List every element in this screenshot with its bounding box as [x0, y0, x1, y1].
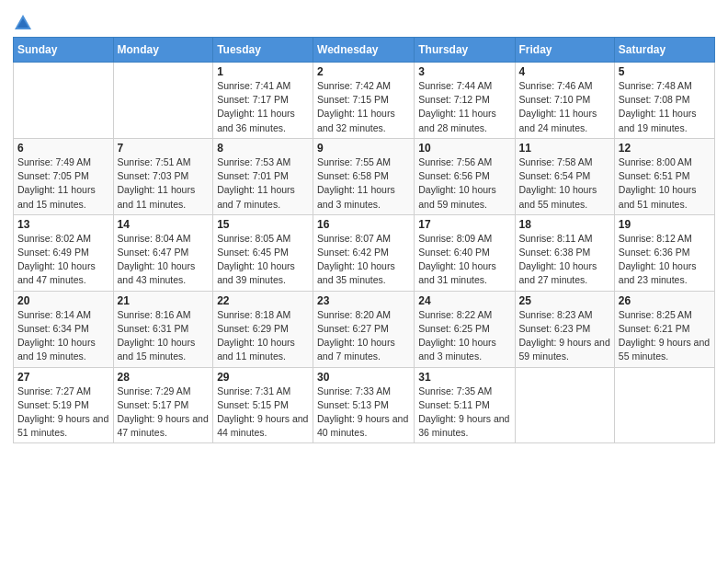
calendar-day-8: 8Sunrise: 7:53 AM Sunset: 7:01 PM Daylig… — [213, 138, 313, 214]
calendar-day-15: 15Sunrise: 8:05 AM Sunset: 6:45 PM Dayli… — [213, 214, 313, 291]
calendar-day-27: 27Sunrise: 7:27 AM Sunset: 5:19 PM Dayli… — [14, 367, 114, 443]
day-detail: Sunrise: 7:33 AM Sunset: 5:13 PM Dayligh… — [317, 385, 410, 441]
calendar-week-row: 13Sunrise: 8:02 AM Sunset: 6:49 PM Dayli… — [14, 214, 715, 291]
day-number: 19 — [619, 218, 711, 231]
weekday-header-saturday: Saturday — [614, 38, 714, 63]
day-number: 15 — [217, 218, 309, 231]
calendar-day-7: 7Sunrise: 7:51 AM Sunset: 7:03 PM Daylig… — [113, 138, 213, 214]
day-number: 21 — [118, 294, 210, 307]
calendar-day-9: 9Sunrise: 7:55 AM Sunset: 6:58 PM Daylig… — [313, 138, 415, 214]
day-detail: Sunrise: 8:14 AM Sunset: 6:34 PM Dayligh… — [17, 308, 109, 364]
day-detail: Sunrise: 8:02 AM Sunset: 6:49 PM Dayligh… — [17, 232, 109, 288]
calendar-day-2: 2Sunrise: 7:42 AM Sunset: 7:15 PM Daylig… — [313, 63, 415, 139]
calendar-day-28: 28Sunrise: 7:29 AM Sunset: 5:17 PM Dayli… — [113, 367, 213, 443]
day-detail: Sunrise: 8:04 AM Sunset: 6:47 PM Dayligh… — [118, 232, 210, 288]
calendar-day-29: 29Sunrise: 7:31 AM Sunset: 5:15 PM Dayli… — [213, 367, 313, 443]
calendar-day-5: 5Sunrise: 7:48 AM Sunset: 7:08 PM Daylig… — [614, 63, 714, 139]
calendar-day-empty — [113, 63, 213, 139]
day-number: 18 — [519, 218, 610, 231]
calendar-day-4: 4Sunrise: 7:46 AM Sunset: 7:10 PM Daylig… — [515, 63, 614, 139]
day-detail: Sunrise: 7:56 AM Sunset: 6:56 PM Dayligh… — [418, 155, 510, 212]
day-number: 7 — [118, 142, 210, 155]
day-detail: Sunrise: 7:31 AM Sunset: 5:15 PM Dayligh… — [217, 385, 309, 441]
calendar-week-row: 20Sunrise: 8:14 AM Sunset: 6:34 PM Dayli… — [14, 291, 715, 367]
day-number: 17 — [418, 218, 510, 231]
day-number: 28 — [118, 371, 210, 384]
weekday-header-monday: Monday — [113, 38, 213, 63]
day-number: 20 — [17, 294, 109, 307]
day-number: 9 — [317, 142, 410, 155]
logo-icon — [13, 13, 33, 33]
calendar-day-23: 23Sunrise: 8:20 AM Sunset: 6:27 PM Dayli… — [313, 291, 415, 367]
day-detail: Sunrise: 8:11 AM Sunset: 6:38 PM Dayligh… — [519, 232, 610, 288]
weekday-header-wednesday: Wednesday — [313, 38, 415, 63]
day-detail: Sunrise: 8:09 AM Sunset: 6:40 PM Dayligh… — [418, 232, 510, 288]
day-detail: Sunrise: 8:22 AM Sunset: 6:25 PM Dayligh… — [418, 308, 510, 364]
day-number: 11 — [519, 142, 610, 155]
calendar-day-empty — [614, 367, 714, 443]
day-detail: Sunrise: 7:27 AM Sunset: 5:19 PM Dayligh… — [17, 385, 109, 441]
day-detail: Sunrise: 7:55 AM Sunset: 6:58 PM Dayligh… — [317, 155, 410, 212]
day-number: 4 — [519, 65, 610, 78]
day-detail: Sunrise: 7:51 AM Sunset: 7:03 PM Dayligh… — [118, 155, 210, 212]
calendar-day-11: 11Sunrise: 7:58 AM Sunset: 6:54 PM Dayli… — [515, 138, 614, 214]
weekday-header-friday: Friday — [515, 38, 614, 63]
day-number: 23 — [317, 294, 410, 307]
calendar-day-30: 30Sunrise: 7:33 AM Sunset: 5:13 PM Dayli… — [313, 367, 415, 443]
day-number: 30 — [317, 371, 410, 384]
day-detail: Sunrise: 8:12 AM Sunset: 6:36 PM Dayligh… — [619, 232, 711, 288]
day-number: 14 — [118, 218, 210, 231]
day-number: 25 — [519, 294, 610, 307]
day-detail: Sunrise: 8:00 AM Sunset: 6:51 PM Dayligh… — [619, 155, 711, 212]
day-number: 6 — [17, 142, 109, 155]
calendar-day-empty — [14, 63, 114, 139]
calendar-day-16: 16Sunrise: 8:07 AM Sunset: 6:42 PM Dayli… — [313, 214, 415, 291]
day-detail: Sunrise: 7:48 AM Sunset: 7:08 PM Dayligh… — [619, 79, 711, 135]
day-number: 12 — [619, 142, 711, 155]
calendar-week-row: 1Sunrise: 7:41 AM Sunset: 7:17 PM Daylig… — [14, 63, 715, 139]
calendar-body: 1Sunrise: 7:41 AM Sunset: 7:17 PM Daylig… — [14, 63, 715, 443]
day-number: 29 — [217, 371, 309, 384]
day-number: 2 — [317, 65, 410, 78]
calendar-day-14: 14Sunrise: 8:04 AM Sunset: 6:47 PM Dayli… — [113, 214, 213, 291]
header — [13, 9, 715, 33]
day-detail: Sunrise: 7:29 AM Sunset: 5:17 PM Dayligh… — [118, 385, 210, 441]
day-detail: Sunrise: 8:25 AM Sunset: 6:21 PM Dayligh… — [619, 308, 711, 364]
calendar-day-20: 20Sunrise: 8:14 AM Sunset: 6:34 PM Dayli… — [14, 291, 114, 367]
calendar-header: SundayMondayTuesdayWednesdayThursdayFrid… — [14, 38, 715, 63]
calendar-day-empty — [515, 367, 614, 443]
calendar-day-31: 31Sunrise: 7:35 AM Sunset: 5:11 PM Dayli… — [415, 367, 515, 443]
day-detail: Sunrise: 8:23 AM Sunset: 6:23 PM Dayligh… — [519, 308, 610, 364]
calendar-day-6: 6Sunrise: 7:49 AM Sunset: 7:05 PM Daylig… — [14, 138, 114, 214]
day-number: 22 — [217, 294, 309, 307]
weekday-header-tuesday: Tuesday — [213, 38, 313, 63]
day-number: 31 — [418, 371, 510, 384]
day-detail: Sunrise: 8:16 AM Sunset: 6:31 PM Dayligh… — [118, 308, 210, 364]
day-detail: Sunrise: 7:49 AM Sunset: 7:05 PM Dayligh… — [17, 155, 109, 212]
page: SundayMondayTuesdayWednesdayThursdayFrid… — [0, 0, 728, 563]
calendar-day-10: 10Sunrise: 7:56 AM Sunset: 6:56 PM Dayli… — [415, 138, 515, 214]
weekday-header-row: SundayMondayTuesdayWednesdayThursdayFrid… — [14, 38, 715, 63]
calendar-day-22: 22Sunrise: 8:18 AM Sunset: 6:29 PM Dayli… — [213, 291, 313, 367]
day-detail: Sunrise: 7:41 AM Sunset: 7:17 PM Dayligh… — [217, 79, 309, 135]
day-detail: Sunrise: 7:58 AM Sunset: 6:54 PM Dayligh… — [519, 155, 610, 212]
calendar-week-row: 6Sunrise: 7:49 AM Sunset: 7:05 PM Daylig… — [14, 138, 715, 214]
day-number: 5 — [619, 65, 711, 78]
calendar-week-row: 27Sunrise: 7:27 AM Sunset: 5:19 PM Dayli… — [14, 367, 715, 443]
day-detail: Sunrise: 8:20 AM Sunset: 6:27 PM Dayligh… — [317, 308, 410, 364]
day-number: 24 — [418, 294, 510, 307]
day-number: 1 — [217, 65, 309, 78]
day-number: 8 — [217, 142, 309, 155]
day-detail: Sunrise: 8:05 AM Sunset: 6:45 PM Dayligh… — [217, 232, 309, 288]
calendar-day-24: 24Sunrise: 8:22 AM Sunset: 6:25 PM Dayli… — [415, 291, 515, 367]
calendar-day-26: 26Sunrise: 8:25 AM Sunset: 6:21 PM Dayli… — [614, 291, 714, 367]
day-number: 16 — [317, 218, 410, 231]
day-number: 26 — [619, 294, 711, 307]
day-number: 27 — [17, 371, 109, 384]
weekday-header-thursday: Thursday — [415, 38, 515, 63]
calendar-day-19: 19Sunrise: 8:12 AM Sunset: 6:36 PM Dayli… — [614, 214, 714, 291]
calendar-day-1: 1Sunrise: 7:41 AM Sunset: 7:17 PM Daylig… — [213, 63, 313, 139]
day-detail: Sunrise: 7:42 AM Sunset: 7:15 PM Dayligh… — [317, 79, 410, 135]
calendar-day-18: 18Sunrise: 8:11 AM Sunset: 6:38 PM Dayli… — [515, 214, 614, 291]
day-detail: Sunrise: 7:53 AM Sunset: 7:01 PM Dayligh… — [217, 155, 309, 212]
